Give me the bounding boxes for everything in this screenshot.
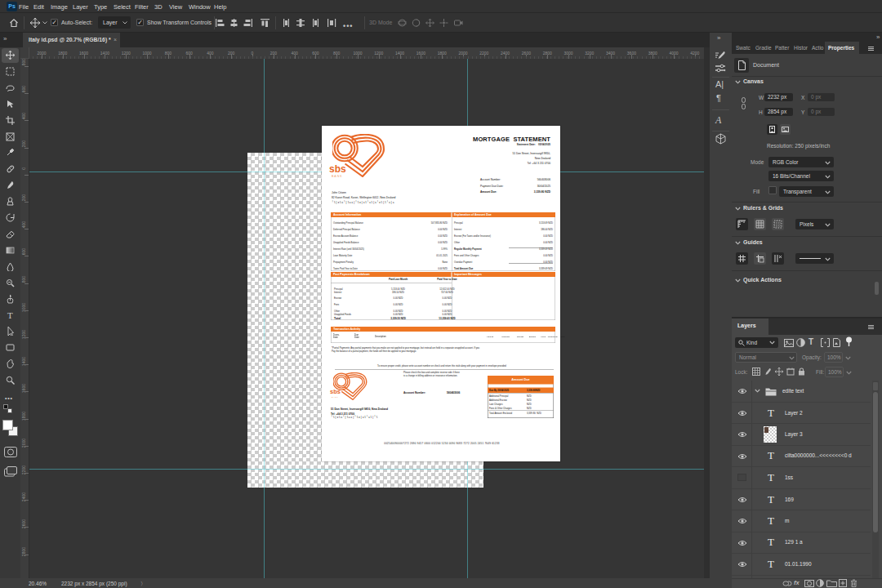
svg-text:T: T (7, 310, 13, 319)
